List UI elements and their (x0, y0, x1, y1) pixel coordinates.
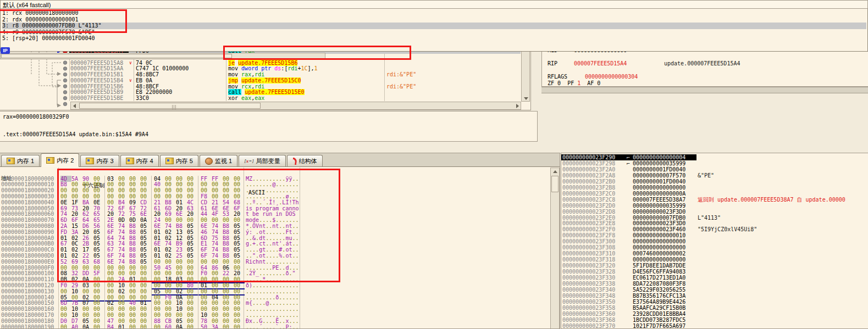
hex-byte[interactable]: 65 (93, 211, 104, 217)
disasm-row[interactable]: 000007FEEE5D15B4∨EB 0Ajmp update.7FEEE5D… (0, 77, 521, 83)
hex-byte[interactable]: 00 (187, 318, 198, 324)
hex-byte[interactable]: 74 (212, 253, 223, 259)
hex-byte[interactable]: 01 (60, 253, 71, 259)
stack-row[interactable]: 000000000023F2A00000000001FD0040 (561, 166, 868, 172)
stack-row[interactable]: 000000000023F358B5AAFCA29CF15B0B (561, 305, 868, 311)
hex-byte[interactable]: 00 (165, 176, 176, 182)
dump-hex-bytes[interactable]: 010217056774B805010223056F74B805 (60, 247, 245, 253)
hex-byte[interactable]: 74 (118, 223, 129, 229)
hex-byte[interactable]: B8 (223, 235, 234, 241)
hex-byte[interactable]: 00 (93, 318, 104, 324)
disasm-row[interactable]: 000007FEEE5D15B9E8 22000000call update.7… (0, 89, 521, 95)
hex-byte[interactable]: 61 (151, 205, 165, 211)
stack-row[interactable]: 000000000023F3180000000000000000 (561, 256, 868, 263)
hex-byte[interactable]: 00 (140, 324, 151, 329)
hex-byte[interactable]: 00 (104, 276, 118, 282)
dump-row[interactable]: 00000001800000004D5A90000300000004000000… (0, 176, 550, 182)
hex-byte[interactable]: 00 (140, 306, 151, 312)
hex-byte[interactable]: 74 (118, 229, 129, 235)
hex-byte[interactable]: 24 (151, 217, 165, 223)
hex-byte[interactable]: 50 (151, 265, 165, 271)
hex-byte[interactable]: 00 (187, 294, 198, 300)
hex-byte[interactable]: 00 (212, 217, 223, 223)
dump-row[interactable]: 0000000180000030000000000000000000000000… (0, 193, 550, 199)
stack-row[interactable]: 000000000023F3205F1FD8EE1DAB7DDE (561, 263, 868, 269)
dump-row[interactable]: 000000018000019000A00A00B401000000600A00… (0, 324, 550, 329)
hex-byte[interactable]: 0D (129, 217, 140, 223)
stack-row[interactable]: 000000000023F330EC0617D2713ED1A0 (561, 275, 868, 281)
hex-byte[interactable]: 10 (71, 312, 82, 318)
hex-byte[interactable]: 00 (118, 181, 129, 187)
hex-byte[interactable]: BA (82, 199, 93, 205)
hex-byte[interactable]: 74 (212, 223, 223, 229)
hex-byte[interactable]: 00 (104, 181, 118, 187)
dump-row[interactable]: 0000000180000120F02903000010000000000080… (0, 282, 550, 288)
hex-byte[interactable]: 05 (176, 318, 187, 324)
hex-byte[interactable]: 00 (187, 306, 198, 312)
hex-byte[interactable]: 00 (234, 324, 245, 329)
call-arg-row[interactable]: 4: r9 000000000007F570 &"PE" (2, 29, 866, 36)
hex-byte[interactable]: 02 (71, 247, 82, 253)
stack-value[interactable]: 8DA722087080F3F8 (633, 281, 685, 287)
hex-byte[interactable]: 00 (212, 270, 223, 276)
hex-byte[interactable]: 05 (187, 229, 198, 235)
hex-byte[interactable]: 90 (82, 176, 93, 182)
hex-byte[interactable]: 63 (187, 205, 198, 211)
hex-byte[interactable]: 2B (82, 241, 93, 247)
dump-hex-bytes[interactable]: D0D705004700000088CB050078000000 (60, 318, 245, 324)
tab-内存-1[interactable]: 内存 1 (1, 155, 40, 166)
dump-hex-bytes[interactable]: 00100000000000000000000010000000 (60, 312, 245, 318)
hex-byte[interactable]: 20 (82, 229, 93, 235)
hex-byte[interactable]: 01 (151, 235, 165, 241)
hex-byte[interactable]: B8 (165, 199, 176, 205)
hex-byte[interactable]: 00 (187, 187, 198, 193)
stack-value[interactable]: 0000000000035999 (633, 203, 685, 209)
dump-row[interactable]: 0000000180000060742062652072756E20696E20… (0, 211, 550, 217)
stack-row[interactable]: 000000000023F328D4E56FC6FFA94083 (561, 269, 868, 275)
hex-byte[interactable]: 00 (234, 217, 245, 223)
dump-row[interactable]: 00000001800000400E1FBA0E00B409CD21B8014C… (0, 199, 550, 205)
hex-byte[interactable]: FF (212, 176, 223, 182)
call-arg-row[interactable]: 3: r8 000000000007FDB0 L"4113" (2, 23, 866, 29)
stack-value[interactable]: 0000000000000004 (633, 154, 685, 160)
hex-byte[interactable]: 20 (234, 211, 245, 217)
hex-byte[interactable]: B8 (176, 223, 187, 229)
hex-byte[interactable]: 02 (71, 276, 82, 282)
hex-byte[interactable]: 0A (82, 324, 93, 329)
hex-byte[interactable]: 00 (60, 265, 71, 271)
hex-byte[interactable]: 6D (60, 217, 71, 223)
hex-byte[interactable]: 00 (234, 306, 245, 312)
hex-byte[interactable]: 75 (212, 235, 223, 241)
hex-byte[interactable]: 74 (165, 241, 176, 247)
hex-byte[interactable]: 21 (212, 199, 223, 205)
dump-row[interactable]: 0000000180000140050002000000000000F00A00… (0, 294, 550, 300)
hex-byte[interactable]: 61 (198, 205, 212, 211)
stack-value[interactable]: 1021F7D7F665A697 (633, 323, 685, 329)
hex-byte[interactable]: 00 (223, 181, 234, 187)
stack-value[interactable]: 000000000023F3D0 (633, 220, 685, 226)
hex-byte[interactable]: 63 (82, 259, 93, 265)
hex-byte[interactable]: 00 (176, 181, 187, 187)
dump-row[interactable]: 0000000180000160001000000000000000001000… (0, 306, 550, 312)
hex-byte[interactable]: 00 (212, 187, 223, 193)
hex-byte[interactable]: 00 (129, 288, 140, 294)
hex-byte[interactable]: 02 (165, 253, 176, 259)
hex-byte[interactable]: 02 (165, 247, 176, 253)
hex-byte[interactable]: 22 (82, 253, 93, 259)
hex-byte[interactable]: 00 (198, 259, 212, 265)
dump-row[interactable]: 0000000180000010B80000000000000040000000… (0, 181, 550, 187)
dump-row[interactable]: 00000001800001100B020A00002A010000180300… (0, 276, 550, 282)
hex-byte[interactable]: 00 (165, 300, 176, 306)
hex-byte[interactable]: 00 (129, 312, 140, 318)
hex-byte[interactable]: 78 (198, 318, 212, 324)
disasm-row[interactable]: 000007FEEE5D15AAC747 1C 01000000mov dwor… (0, 65, 521, 71)
hex-byte[interactable]: 00 (93, 300, 104, 306)
disasm-hscrollbar-thumb[interactable] (79, 103, 261, 109)
hex-byte[interactable]: 00 (176, 312, 187, 318)
hex-byte[interactable]: 6D (60, 300, 71, 306)
hex-byte[interactable]: 01 (118, 324, 129, 329)
hex-byte[interactable]: 06 (223, 265, 234, 271)
hex-byte[interactable]: 00 (71, 265, 82, 271)
hex-byte[interactable]: 63 (104, 241, 118, 247)
hex-byte[interactable]: 05 (93, 253, 104, 259)
